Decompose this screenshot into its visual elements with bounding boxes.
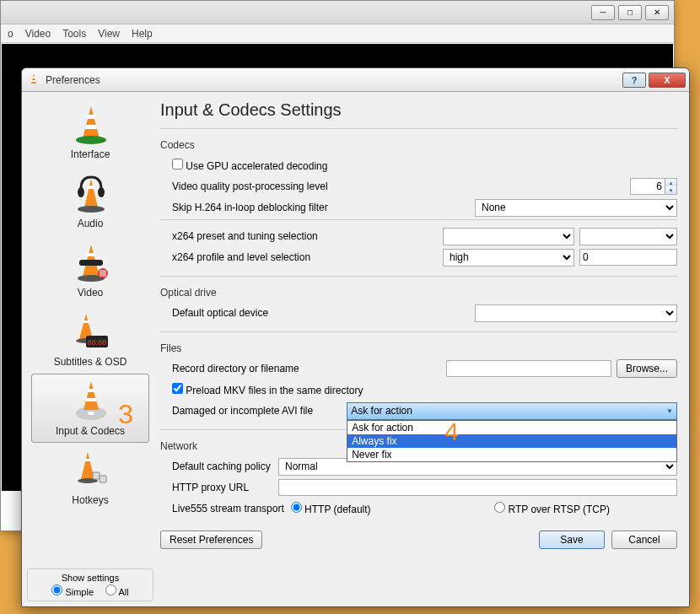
optical-group: Optical drive Default optical device [160,283,677,325]
svg-point-10 [78,187,84,197]
rtp-radio[interactable] [494,502,505,513]
sidebar-item-input-codecs[interactable]: Input & Codecs 3 [31,374,149,443]
disc-cone-icon [71,380,111,423]
sidebar-item-label: Hotkeys [32,494,148,506]
group-title: Optical drive [160,287,677,299]
svg-rect-32 [100,476,106,482]
sidebar-item-hotkeys[interactable]: Hotkeys [31,443,149,512]
x264-tuning-select[interactable] [579,228,677,245]
svg-rect-31 [93,472,100,479]
codecs-group: Codecs Use GPU accelerated decoding Vide… [160,136,677,269]
gpu-checkbox[interactable] [172,159,183,170]
x264-preset-select[interactable] [443,228,574,245]
menu-item[interactable]: View [98,28,120,40]
svg-rect-29 [84,459,91,461]
svg-rect-2 [32,80,36,82]
category-sidebar: Interface Audio Video 88:88 Subtitles & … [22,92,157,606]
simple-radio[interactable] [51,584,62,595]
svg-point-9 [78,206,105,213]
help-button[interactable]: ? [622,73,646,88]
svg-rect-4 [87,115,95,119]
dialog-titlebar: Preferences ? X [22,68,689,92]
skip-select[interactable]: None [475,199,677,217]
svg-rect-8 [88,186,94,189]
spin-up-icon[interactable]: ▲ [665,179,676,186]
annotation-badge-3: 3 [118,399,133,430]
record-input[interactable] [446,360,611,377]
settings-main-panel: Input & Codecs Settings Codecs Use GPU a… [157,92,689,606]
svg-text:88:88: 88:88 [88,338,107,347]
dropdown-list: Ask for action Always fix Never fix [347,420,677,462]
divider [160,219,677,220]
svg-rect-13 [87,253,95,256]
cancel-button[interactable]: Cancel [611,531,677,549]
rtp-radio-row[interactable]: RTP over RTSP (TCP) [494,502,610,515]
show-settings-simple[interactable]: Simple [51,584,94,597]
menu-item[interactable]: Video [25,28,51,40]
proxy-input[interactable] [278,479,677,496]
maximize-icon[interactable]: □ [618,5,642,20]
svg-marker-18 [79,314,93,339]
keys-cone-icon [71,449,111,493]
close-icon[interactable]: ✕ [645,5,669,20]
preload-checkbox-row[interactable]: Preload MKV files in the same directory [172,383,363,396]
divider [160,331,677,332]
dropdown-value: Ask for action [351,405,412,417]
vq-spinner[interactable]: ▲▼ [630,178,677,195]
show-settings-all[interactable]: All [105,584,129,597]
skip-label: Skip H.264 in-loop deblocking filter [172,202,328,213]
svg-marker-7 [84,179,98,207]
cache-label: Default caching policy [172,460,278,472]
menu-item[interactable]: Help [132,28,153,40]
spin-down-icon[interactable]: ▼ [665,186,676,194]
group-title: Codecs [160,139,677,151]
vlc-icon [27,73,40,86]
optical-label: Default optical device [172,307,268,319]
show-settings-group: Show settings Simple All [27,568,153,601]
x264profile-label: x264 profile and level selection [172,251,310,263]
svg-rect-26 [88,389,94,392]
optical-select[interactable] [475,304,677,322]
x264-level-input[interactable] [579,249,677,266]
vq-input[interactable] [630,178,665,195]
damaged-avi-dropdown[interactable]: Ask for action ▼ Ask for action Always f… [347,402,677,420]
group-title: Files [160,342,677,354]
sidebar-item-interface[interactable]: Interface [31,97,149,166]
svg-rect-5 [85,125,97,129]
all-radio[interactable] [105,584,116,595]
live555-label: Live555 stream transport [172,503,284,514]
close-button[interactable]: X [649,73,686,88]
sidebar-item-subtitles[interactable]: 88:88 Subtitles & OSD [31,304,149,374]
dialog-body: Interface Audio Video 88:88 Subtitles & … [22,92,689,606]
chevron-down-icon: ▼ [666,407,673,415]
browse-button[interactable]: Browse... [617,359,677,378]
preload-checkbox[interactable] [172,383,183,394]
gpu-checkbox-row[interactable]: Use GPU accelerated decoding [172,159,327,172]
sidebar-item-label: Interface [32,148,148,160]
svg-rect-19 [83,320,89,323]
svg-rect-27 [86,398,96,401]
dropdown-option[interactable]: Always fix [347,434,676,448]
proxy-label: HTTP proxy URL [172,482,278,493]
sidebar-item-video[interactable]: Video [31,235,149,304]
dropdown-option[interactable]: Never fix [347,448,676,461]
sidebar-item-label: Audio [32,218,148,229]
save-button[interactable]: Save [539,531,605,549]
minimize-icon[interactable]: ─ [591,5,615,20]
menu-item[interactable]: Tools [62,28,86,40]
x264-profile-select[interactable]: high [443,249,574,267]
svg-point-11 [98,187,105,197]
http-radio[interactable] [291,502,302,513]
sidebar-item-label: Subtitles & OSD [32,356,148,368]
x264preset-label: x264 preset and tuning selection [172,230,318,242]
bg-menubar: o Video Tools View Help [1,24,674,43]
menu-item[interactable]: o [8,28,13,40]
reset-button[interactable]: Reset Preferences [160,531,262,549]
show-settings-label: Show settings [31,573,149,583]
dropdown-option[interactable]: Ask for action [347,421,676,434]
glasses-cone-icon [71,241,111,285]
sidebar-item-audio[interactable]: Audio [31,166,149,235]
cone-icon [71,103,111,147]
svg-marker-25 [83,381,99,410]
http-radio-row[interactable]: HTTP (default) [291,502,371,515]
